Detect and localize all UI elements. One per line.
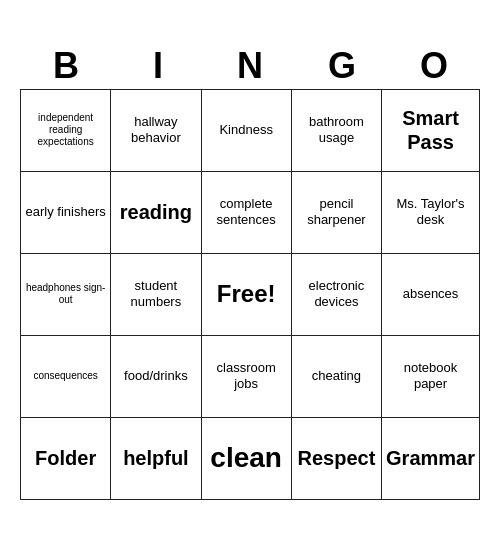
- bingo-cell-21: helpful: [111, 418, 201, 500]
- cell-text-6: reading: [120, 200, 192, 224]
- bingo-cell-4: Smart Pass: [382, 90, 480, 172]
- header-letter-I: I: [114, 45, 202, 87]
- bingo-cell-9: Ms. Taylor's desk: [382, 172, 480, 254]
- cell-text-9: Ms. Taylor's desk: [386, 196, 475, 227]
- cell-text-8: pencil sharpener: [296, 196, 377, 227]
- cell-text-21: helpful: [123, 446, 189, 470]
- bingo-cell-2: Kindness: [202, 90, 292, 172]
- bingo-cell-1: hallway behavior: [111, 90, 201, 172]
- cell-text-17: classroom jobs: [206, 360, 287, 391]
- bingo-cell-6: reading: [111, 172, 201, 254]
- bingo-cell-3: bathroom usage: [292, 90, 382, 172]
- bingo-cell-14: absences: [382, 254, 480, 336]
- cell-text-20: Folder: [35, 446, 96, 470]
- bingo-cell-15: consequences: [21, 336, 111, 418]
- bingo-cell-23: Respect: [292, 418, 382, 500]
- cell-text-3: bathroom usage: [296, 114, 377, 145]
- bingo-cell-20: Folder: [21, 418, 111, 500]
- cell-text-11: student numbers: [115, 278, 196, 309]
- bingo-cell-0: independent reading expectations: [21, 90, 111, 172]
- bingo-cell-16: food/drinks: [111, 336, 201, 418]
- bingo-cell-24: Grammar: [382, 418, 480, 500]
- cell-text-23: Respect: [298, 446, 376, 470]
- bingo-grid: independent reading expectationshallway …: [20, 89, 480, 500]
- header-letter-N: N: [206, 45, 294, 87]
- bingo-card: BINGO independent reading expectationsha…: [20, 45, 480, 500]
- cell-text-4: Smart Pass: [386, 106, 475, 154]
- cell-text-2: Kindness: [219, 122, 272, 138]
- bingo-cell-11: student numbers: [111, 254, 201, 336]
- cell-text-12: Free!: [217, 280, 276, 309]
- cell-text-18: cheating: [312, 368, 361, 384]
- cell-text-1: hallway behavior: [115, 114, 196, 145]
- cell-text-16: food/drinks: [124, 368, 188, 384]
- bingo-cell-8: pencil sharpener: [292, 172, 382, 254]
- cell-text-22: clean: [210, 441, 282, 475]
- cell-text-7: complete sentences: [206, 196, 287, 227]
- bingo-cell-12: Free!: [202, 254, 292, 336]
- header-letter-B: B: [22, 45, 110, 87]
- bingo-cell-5: early finishers: [21, 172, 111, 254]
- cell-text-19: notebook paper: [386, 360, 475, 391]
- cell-text-10: headphones sign-out: [25, 282, 106, 306]
- cell-text-14: absences: [403, 286, 459, 302]
- header-letter-O: O: [390, 45, 478, 87]
- bingo-cell-13: electronic devices: [292, 254, 382, 336]
- bingo-cell-10: headphones sign-out: [21, 254, 111, 336]
- header-letter-G: G: [298, 45, 386, 87]
- bingo-cell-17: classroom jobs: [202, 336, 292, 418]
- cell-text-5: early finishers: [26, 204, 106, 220]
- bingo-cell-7: complete sentences: [202, 172, 292, 254]
- cell-text-13: electronic devices: [296, 278, 377, 309]
- bingo-cell-18: cheating: [292, 336, 382, 418]
- bingo-header: BINGO: [20, 45, 480, 87]
- cell-text-0: independent reading expectations: [25, 112, 106, 148]
- bingo-cell-22: clean: [202, 418, 292, 500]
- cell-text-24: Grammar: [386, 446, 475, 470]
- cell-text-15: consequences: [33, 370, 98, 382]
- bingo-cell-19: notebook paper: [382, 336, 480, 418]
